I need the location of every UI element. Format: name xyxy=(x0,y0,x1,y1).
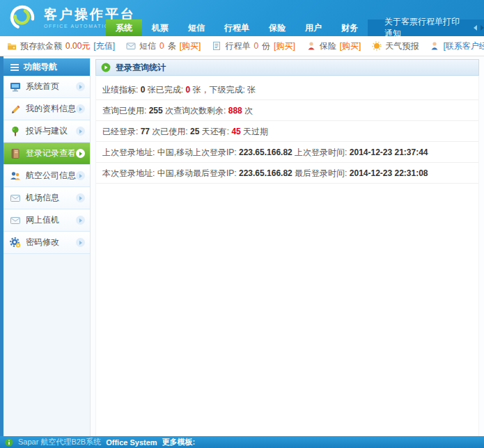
tab-flight-tickets[interactable]: 机票 xyxy=(142,19,178,36)
stat-text: 上次登录时间: xyxy=(292,147,350,157)
stats-list: 业绩指标: 0 张已完成: 0 张，下级完成: 张 查询已使用: 255 次查询… xyxy=(95,76,479,436)
contact-manager-link[interactable]: [联系客户经理] xyxy=(443,40,484,52)
sidebar-item-profile[interactable]: 我的资料信息 xyxy=(3,98,90,120)
sidebar-item-label: 机场信息 xyxy=(26,192,76,204)
tree-icon xyxy=(10,126,21,137)
stat-text: 业绩指标: xyxy=(102,85,141,95)
tab-finance[interactable]: 财务 xyxy=(331,19,368,36)
people-icon xyxy=(10,170,21,182)
recharge-link[interactable]: [充值] xyxy=(93,40,115,52)
insurance-buy-link[interactable]: [购买] xyxy=(340,40,361,52)
sidebar-item-login-records[interactable]: 登录记录查看 xyxy=(3,143,90,165)
main-nav: 系统 机票 短信 行程单 保险 用户 财务 关于客票行程单打印通知 xyxy=(106,19,484,36)
menu-icon xyxy=(10,64,19,71)
sms-item: 短信 0 条 [购买] xyxy=(126,40,201,52)
contact-person-icon xyxy=(430,41,439,51)
notebook-icon xyxy=(10,148,21,159)
itinerary-buy-link[interactable]: [购买] xyxy=(274,40,295,52)
status-bar: Sapar 航空代理B2B系统 Office System 更多模板: xyxy=(0,436,484,448)
section-header: 登录查询统计 xyxy=(95,59,479,76)
stat-text: 张已完成: xyxy=(145,85,185,95)
insurance-person-icon xyxy=(306,41,316,51)
stat-text: 已经登录: xyxy=(102,127,141,136)
sidebar-header: 功能导航 xyxy=(3,58,90,76)
contact-item: [联系客户经理] xyxy=(430,40,484,52)
chevron-right-icon xyxy=(76,104,85,113)
stat-text: 张，下级完成: 张 xyxy=(190,85,256,95)
stat-value: 223.65.166.82 xyxy=(239,147,292,157)
stat-text: 天过期 xyxy=(241,127,268,136)
stat-text: 次 xyxy=(242,106,253,115)
notice-next-icon[interactable] xyxy=(481,25,484,31)
sidebar-item-label: 密码修改 xyxy=(26,237,76,248)
sidebar-item-online-checkin[interactable]: 网上值机 xyxy=(3,209,90,232)
stat-value: 888 xyxy=(228,106,242,115)
sms-unit: 条 xyxy=(168,40,176,52)
section-title: 登录查询统计 xyxy=(116,62,166,74)
notice-ticker: 关于客票行程单打印通知 xyxy=(368,19,484,36)
footer-more-templates[interactable]: 更多模板: xyxy=(162,437,196,447)
tab-insurance[interactable]: 保险 xyxy=(259,19,295,36)
tab-users[interactable]: 用户 xyxy=(295,19,331,36)
envelope-icon xyxy=(10,193,21,204)
stat-row-logins: 已经登录: 77 次已使用: 25 天还有: 45 天过期 xyxy=(96,121,478,142)
stat-text: 次查询次数剩余: xyxy=(163,106,228,115)
weather-item: 天气预报 xyxy=(372,40,419,52)
sidebar-item-change-password[interactable]: 密码修改 xyxy=(3,232,90,254)
itinerary-label: 行程单 xyxy=(225,40,250,52)
notice-text[interactable]: 关于客票行程单打印通知 xyxy=(384,16,464,40)
app-header: 客户操作平台 OFFICE AUTOMATION SYSTEM 系统 机票 短信… xyxy=(0,0,484,36)
stat-text: 天还有: xyxy=(199,127,231,136)
stat-text: 查询已使用: xyxy=(102,106,149,115)
tab-system[interactable]: 系统 xyxy=(106,19,142,36)
sidebar-item-label: 我的资料信息 xyxy=(26,103,76,115)
sidebar-item-airlines[interactable]: 航空公司信息 xyxy=(3,165,90,187)
stat-text: 次已使用: xyxy=(150,127,190,136)
notice-prev-icon[interactable] xyxy=(474,25,477,31)
sidebar-nav: 功能导航 系统首页 我的资料信息 投诉与建议 xyxy=(3,58,91,436)
stat-row-performance: 业绩指标: 0 张已完成: 0 张，下级完成: 张 xyxy=(96,79,478,100)
tab-sms[interactable]: 短信 xyxy=(178,19,214,36)
sidebar-item-label: 航空公司信息 xyxy=(26,170,76,182)
sidebar-item-airports[interactable]: 机场信息 xyxy=(3,187,90,209)
stat-value: 25 xyxy=(190,127,199,136)
stat-value: 255 xyxy=(149,106,163,115)
itinerary-item: 行程单 0 份 [购买] xyxy=(212,40,295,52)
deposit-label: 预存款金额 xyxy=(20,40,62,52)
monitor-icon xyxy=(10,81,21,93)
footer-brand: Sapar 航空代理B2B系统 xyxy=(18,437,101,447)
sidebar-item-label: 投诉与建议 xyxy=(26,125,76,137)
stat-value: 77 xyxy=(141,127,150,136)
sidebar-item-feedback[interactable]: 投诉与建议 xyxy=(3,120,90,143)
stat-row-current-login: 本次登录地址: 中国,移动最后登录IP: 223.65.166.82 最后登录时… xyxy=(96,163,478,184)
weather-link[interactable]: 天气预报 xyxy=(385,40,419,52)
chevron-right-icon xyxy=(76,82,85,91)
envelope-icon xyxy=(10,215,21,226)
sms-label: 短信 xyxy=(139,40,156,52)
sidebar-title: 功能导航 xyxy=(24,61,57,73)
page-body: 功能导航 系统首页 我的资料信息 投诉与建议 xyxy=(0,56,484,436)
insurance-label: 保险 xyxy=(320,40,336,52)
chevron-right-icon xyxy=(76,193,85,202)
sidebar-item-label: 登录记录查看 xyxy=(26,147,76,159)
stat-row-last-login: 上次登录地址: 中国,移动上次登录IP: 223.65.166.82 上次登录时… xyxy=(96,142,478,163)
green-arrow-icon xyxy=(101,63,111,72)
document-icon xyxy=(212,41,221,51)
main-panel: 登录查询统计 业绩指标: 0 张已完成: 0 张，下级完成: 张 查询已使用: … xyxy=(95,59,479,436)
tab-itinerary[interactable]: 行程单 xyxy=(214,19,259,36)
sms-count: 0 xyxy=(159,41,164,51)
sidebar-item-label: 网上值机 xyxy=(26,214,76,226)
stat-value: 2014-12-23 22:31:08 xyxy=(350,168,428,178)
sms-buy-link[interactable]: [购买] xyxy=(180,40,201,52)
itinerary-count: 0 xyxy=(253,41,258,51)
stat-text: 上次登录地址: 中国,移动上次登录IP: xyxy=(102,147,239,157)
pencil-icon xyxy=(10,104,21,115)
deposit-value: 0.00元 xyxy=(65,40,90,52)
itinerary-unit: 份 xyxy=(262,40,270,52)
sun-icon xyxy=(372,41,382,51)
sidebar-filler xyxy=(3,254,90,436)
sidebar-item-home[interactable]: 系统首页 xyxy=(3,76,90,98)
stat-value: 45 xyxy=(231,127,240,136)
stat-value: 223.65.166.82 xyxy=(239,168,292,178)
info-icon xyxy=(5,438,13,447)
